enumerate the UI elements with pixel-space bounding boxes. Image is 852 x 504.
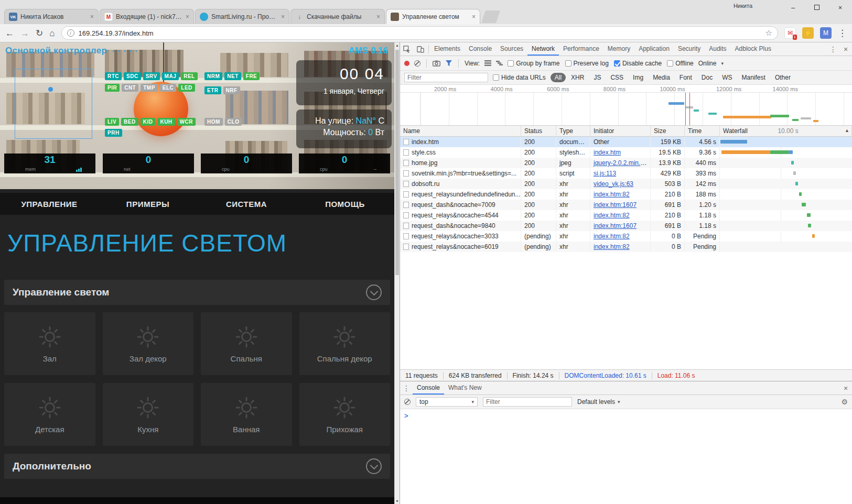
console-settings-gear-icon[interactable]: ⚙: [841, 398, 848, 406]
filter-pill-xhr[interactable]: XHR: [567, 73, 588, 82]
request-name-cell[interactable]: request_relays&nocache=4544: [400, 210, 521, 221]
devtools-tab-sources[interactable]: Sources: [496, 42, 527, 56]
column-header-size[interactable]: Size: [651, 126, 685, 136]
scroll-down-icon[interactable]: ▼: [395, 499, 400, 503]
checkbox-box[interactable]: [614, 60, 620, 67]
checkbox-box[interactable]: [508, 60, 514, 67]
request-name-cell[interactable]: index.htm: [400, 137, 521, 147]
network-request-row[interactable]: request_relays&nocache=4544200xhrindex.h…: [400, 210, 852, 221]
request-name-cell[interactable]: request_relays&nocache=3033: [400, 231, 521, 242]
network-request-row[interactable]: request_dash&nocache=9840200xhrindex.htm…: [400, 221, 852, 231]
tab-close-icon[interactable]: ×: [472, 13, 476, 20]
bookmark-star-icon[interactable]: ☆: [765, 28, 772, 38]
nav-item-1[interactable]: ПРИМЕРЫ: [99, 193, 197, 215]
network-request-row[interactable]: style.css200stylesheetindex.htm19.5 KB9.…: [400, 147, 852, 158]
request-name-cell[interactable]: dobsoft.ru: [400, 179, 521, 189]
column-header-time[interactable]: Time: [685, 126, 720, 136]
tab-close-icon[interactable]: ×: [186, 13, 189, 20]
filter-pill-img[interactable]: Img: [629, 73, 648, 82]
network-request-row[interactable]: sovetnik.min.js?mbr=true&settings=...200…: [400, 168, 852, 179]
filter-pill-other[interactable]: Other: [771, 73, 795, 82]
checkbox-offline[interactable]: Offline: [667, 60, 693, 67]
new-tab-button[interactable]: [481, 10, 500, 23]
drawer-close-icon[interactable]: ×: [839, 381, 852, 395]
home-icon[interactable]: ⌂: [49, 29, 55, 38]
light-tile-1[interactable]: Зал декор: [103, 312, 194, 375]
nav-item-2[interactable]: СИСТЕМА: [197, 193, 296, 215]
network-request-row[interactable]: request_relays&nocache=3033(pending)xhri…: [400, 231, 852, 242]
forward-icon[interactable]: →: [20, 29, 29, 38]
scroll-up-icon[interactable]: ▲: [395, 43, 400, 47]
checkbox-disable-cache[interactable]: Disable cache: [614, 60, 662, 67]
column-header-initiator[interactable]: Initiator: [590, 126, 651, 136]
checkbox-box[interactable]: [565, 60, 571, 67]
initiator-link[interactable]: index.htm:82: [594, 243, 630, 250]
network-filter-input[interactable]: [404, 73, 488, 82]
nav-item-3[interactable]: ПОМОЩЬ: [296, 193, 394, 215]
checkbox-box[interactable]: [667, 60, 673, 67]
device-toolbar-icon[interactable]: [414, 42, 427, 56]
close-button[interactable]: ×: [828, 0, 852, 15]
browser-tab[interactable]: SmartLiving.ru - Просмо×: [195, 9, 289, 24]
initiator-link[interactable]: index.htm:82: [594, 191, 630, 198]
url-text[interactable]: 169.254.19.37/index.htm: [79, 29, 761, 37]
devtools-tab-adblock-plus[interactable]: Adblock Plus: [731, 42, 775, 56]
profile-name[interactable]: Никита: [734, 3, 752, 9]
chevron-down-icon[interactable]: [366, 284, 382, 300]
initiator-link[interactable]: si.js:113: [594, 170, 616, 177]
devtools-close-icon[interactable]: ×: [839, 42, 852, 56]
devtools-tab-memory[interactable]: Memory: [603, 42, 634, 56]
network-request-row[interactable]: dobsoft.ru200xhrvideo_vk.js:63503 B142 m…: [400, 179, 852, 189]
throttling-dropdown[interactable]: Online: [698, 60, 717, 67]
browser-tab[interactable]: Управление светом×: [386, 9, 480, 24]
page-info-icon[interactable]: i: [67, 29, 74, 37]
initiator-link[interactable]: index.htm:1607: [594, 201, 637, 209]
devtools-tab-network[interactable]: Network: [527, 42, 559, 56]
request-name-cell[interactable]: request_relays&nocache=6019: [400, 242, 521, 252]
light-tile-3[interactable]: Спальня декор: [299, 312, 391, 375]
light-tile-0[interactable]: Зал: [4, 312, 95, 375]
maximize-button[interactable]: [805, 0, 828, 15]
column-header-type[interactable]: Type: [556, 126, 590, 136]
address-bar[interactable]: i 169.254.19.37/index.htm ☆: [61, 26, 778, 40]
network-request-row[interactable]: home.jpg200jpegjquery-2.0.2.min.js:413.9…: [400, 158, 852, 168]
filter-funnel-icon[interactable]: [445, 60, 452, 67]
filter-pill-js[interactable]: JS: [589, 73, 605, 82]
filter-pill-manifest[interactable]: Manifest: [738, 73, 770, 82]
initiator-link[interactable]: jquery-2.0.2.min.js:4: [594, 159, 650, 167]
tab-close-icon[interactable]: ×: [90, 13, 94, 20]
request-name-cell[interactable]: home.jpg: [400, 158, 521, 168]
log-levels-dropdown[interactable]: Default levels ▾: [577, 398, 620, 406]
scrollbar-thumb[interactable]: [395, 50, 399, 275]
request-name-cell[interactable]: request_relaysundefinedundefinedun...: [400, 189, 521, 200]
devtools-more-icon[interactable]: ⋮: [827, 42, 839, 56]
devtools-tab-console[interactable]: Console: [465, 42, 496, 56]
extension-icon-3[interactable]: M: [820, 27, 832, 39]
console-clear-icon[interactable]: [404, 399, 411, 405]
console-body[interactable]: >: [400, 409, 852, 504]
filter-pill-media[interactable]: Media: [649, 73, 674, 82]
page-scrollbar[interactable]: ▲ ▼: [394, 42, 400, 504]
light-tile-5[interactable]: Кухня: [103, 383, 194, 446]
column-header-waterfall[interactable]: Waterfall10.00 s▲: [720, 126, 852, 136]
network-request-row[interactable]: request_relaysundefinedundefinedun...200…: [400, 189, 852, 200]
drawer-tab-what-s-new[interactable]: What's New: [444, 381, 486, 395]
inspect-element-icon[interactable]: [400, 42, 414, 56]
filter-pill-doc[interactable]: Doc: [697, 73, 717, 82]
dropdown-arrow-icon[interactable]: ▾: [721, 61, 724, 66]
browser-menu-icon[interactable]: ⋮: [838, 29, 847, 38]
light-tile-4[interactable]: Детская: [4, 383, 95, 446]
clear-icon[interactable]: [414, 60, 420, 67]
filter-pill-css[interactable]: CSS: [606, 73, 628, 82]
drawer-menu-icon[interactable]: ⋮: [400, 381, 413, 395]
column-header-name[interactable]: Name: [400, 126, 521, 136]
initiator-link[interactable]: video_vk.js:63: [594, 180, 633, 188]
light-tile-6[interactable]: Ванная: [201, 383, 292, 446]
initiator-link[interactable]: index.htm: [594, 149, 621, 156]
section-header-additional[interactable]: Дополнительно: [4, 454, 390, 479]
devtools-tab-application[interactable]: Application: [634, 42, 674, 56]
drawer-tab-console[interactable]: Console: [413, 381, 444, 395]
checkbox-preserve-log[interactable]: Preserve log: [565, 60, 609, 67]
sort-asc-icon[interactable]: ▲: [845, 128, 849, 133]
devtools-tab-elements[interactable]: Elements: [430, 42, 465, 56]
